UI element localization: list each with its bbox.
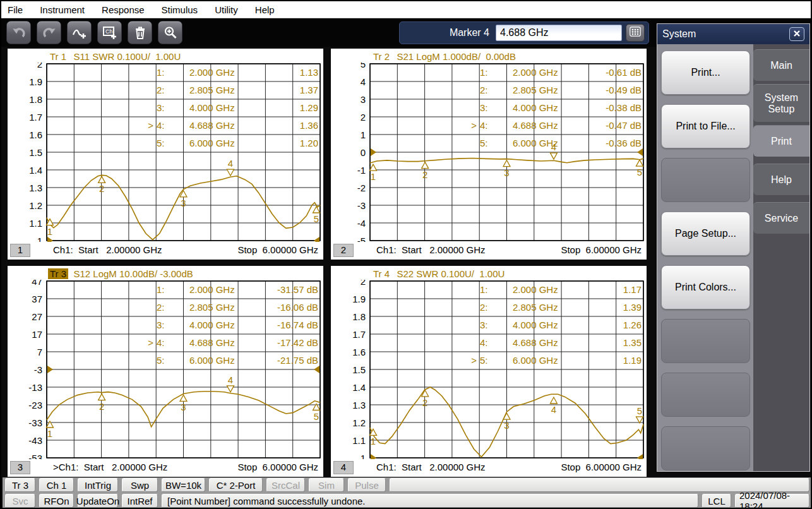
status-lcl[interactable]: LCL: [702, 494, 731, 508]
stimulus-stop-label: Stop 6.00000 GHz: [237, 244, 318, 255]
status-datetime: 2024/07/08-18:24: [735, 494, 809, 508]
window-number-badge: 3: [10, 461, 30, 474]
keypad-button[interactable]: [626, 24, 645, 42]
menu-utility[interactable]: Utility: [215, 4, 238, 15]
y-axis-tick-label: 1.9: [352, 294, 366, 304]
marker-table-frequency: 2.000 GHz: [189, 284, 235, 295]
marker-table-frequency: 6.000 GHz: [189, 355, 235, 366]
marker-table-value: -31.57 dB: [277, 284, 318, 295]
marker-table-frequency: 2.805 GHz: [189, 302, 235, 313]
plot-area-tr1[interactable]: 21.91.81.71.61.51.41.31.21.1111:2.000 GH…: [8, 63, 323, 242]
status-message: [Point Number] command successfully undo…: [162, 494, 698, 508]
print-to-file-button[interactable]: Print to File...: [661, 104, 750, 148]
marker-value-input[interactable]: [496, 25, 622, 41]
keypad-icon: [630, 27, 641, 39]
add-channel-button[interactable]: Ch: [97, 21, 122, 44]
marker-symbol-active[interactable]: [227, 169, 234, 176]
menu-stimulus[interactable]: Stimulus: [162, 4, 198, 15]
active-marker-indicator: >: [471, 120, 477, 131]
marker-symbol[interactable]: [370, 164, 377, 171]
marker-number: 2: [99, 183, 104, 194]
zoom-button[interactable]: [158, 21, 182, 44]
marker-table-frequency: 6.000 GHz: [513, 355, 558, 366]
marker-table-number: 5:: [480, 138, 488, 148]
status-svc: Svc: [5, 494, 35, 508]
marker-table-value: 1.19: [623, 355, 642, 366]
menu-help[interactable]: Help: [255, 4, 275, 15]
stimulus-start-label: Ch1: Start 2.00000 GHz: [53, 244, 162, 255]
print-colors-button[interactable]: Print Colors...: [661, 265, 750, 309]
add-trace-icon: [71, 25, 88, 41]
status-int-ref[interactable]: IntRef: [122, 494, 158, 508]
status-if-bandwidth[interactable]: BW=10k: [162, 478, 205, 492]
plot-area-tr2[interactable]: 543210-1-2-3-4-511:2.000 GHz-0.61 dB22:2…: [331, 63, 647, 242]
tab-system-setup[interactable]: System Setup: [753, 84, 809, 122]
tab-print[interactable]: Print: [753, 125, 809, 157]
marker-symbol[interactable]: [313, 207, 320, 213]
tab-main[interactable]: Main: [753, 49, 809, 81]
marker-symbol[interactable]: [636, 160, 643, 166]
stimulus-start-label: Ch1: Start 2.00000 GHz: [376, 462, 486, 472]
marker-table-value: 1.26: [623, 320, 642, 330]
marker-table-frequency: 4.000 GHz: [189, 102, 235, 113]
menu-response[interactable]: Response: [102, 4, 145, 15]
marker-symbol[interactable]: [550, 397, 557, 404]
print-button[interactable]: Print...: [661, 51, 750, 95]
marker-symbol[interactable]: [503, 160, 510, 167]
delete-button[interactable]: [128, 21, 152, 44]
marker-number: 5: [314, 411, 319, 422]
marker-table-frequency: 4.000 GHz: [189, 320, 235, 330]
plot-area-tr4[interactable]: 21.91.81.71.61.51.41.31.21.1111:2.000 GH…: [331, 280, 647, 459]
chart-title: Tr 1 S11 SWR 0.100U/ 1.00U: [8, 49, 323, 63]
panel-close-button[interactable]: [789, 27, 804, 41]
marker-symbol[interactable]: [99, 394, 105, 400]
marker-symbol-active[interactable]: [550, 153, 557, 159]
marker-symbol[interactable]: [180, 395, 187, 401]
marker-number: 3: [504, 420, 509, 431]
window-number-badge: 2: [333, 244, 354, 257]
y-axis-tick-label: -2: [357, 183, 366, 193]
add-trace-button[interactable]: [67, 21, 92, 44]
tab-service[interactable]: Service: [753, 202, 809, 234]
marker-table-value: -0.38 dB: [606, 102, 642, 113]
menu-file[interactable]: File: [8, 4, 23, 15]
status-rf-on[interactable]: RFOn: [39, 494, 74, 508]
y-axis-tick-label: 1.2: [29, 200, 42, 211]
tab-help[interactable]: Help: [753, 164, 809, 195]
status-sweep[interactable]: Swp: [122, 478, 158, 492]
plot-area-tr3[interactable]: 473727177-3-13-23-33-43-5311:2.000 GHz-3…: [8, 280, 323, 459]
status-update-on[interactable]: UpdateOn: [78, 494, 118, 508]
marker-symbol-active[interactable]: [636, 417, 643, 423]
marker-table-number: 4:: [157, 120, 165, 131]
softkey-blank-3: [661, 373, 750, 417]
undo-button[interactable]: [6, 21, 31, 44]
redo-button[interactable]: [37, 21, 61, 44]
marker-table-value: -0.61 dB: [606, 67, 642, 78]
y-axis-tick-label: 0: [361, 147, 366, 158]
marker-table-frequency: 4.688 GHz: [513, 120, 558, 131]
marker-table-frequency: 6.000 GHz: [513, 138, 558, 148]
y-axis-tick-label: 1.3: [352, 400, 366, 410]
y-axis-tick-label: 1: [361, 129, 366, 140]
add-channel-icon: Ch: [102, 25, 118, 41]
page-setup-button[interactable]: Page Setup...: [661, 212, 750, 256]
marker-number: 2: [99, 401, 104, 412]
marker-table-value: -0.36 dB: [606, 138, 642, 148]
status-active-channel[interactable]: Ch 1: [39, 478, 74, 492]
status-trigger-mode[interactable]: IntTrig: [78, 478, 118, 492]
marker-symbol-active[interactable]: [227, 386, 234, 392]
marker-number: 1: [371, 171, 376, 182]
y-axis-tick-label: -5: [357, 236, 366, 242]
marker-symbol[interactable]: [180, 191, 187, 197]
marker-symbol[interactable]: [47, 421, 54, 428]
status-active-trace[interactable]: Tr 3: [5, 478, 35, 492]
marker-symbol[interactable]: [99, 176, 105, 183]
status-cal-state[interactable]: C* 2-Port: [209, 478, 263, 492]
marker-table-value: 1.29: [300, 102, 318, 113]
y-axis-tick-label: 2: [361, 112, 366, 123]
marker-symbol[interactable]: [422, 162, 429, 169]
trace-format: S11 SWR 0.100U/ 1.00U: [73, 51, 181, 62]
marker-number: 1: [371, 436, 376, 446]
menu-instrument[interactable]: Instrument: [40, 4, 85, 15]
marker-table-number: 1:: [480, 284, 488, 295]
